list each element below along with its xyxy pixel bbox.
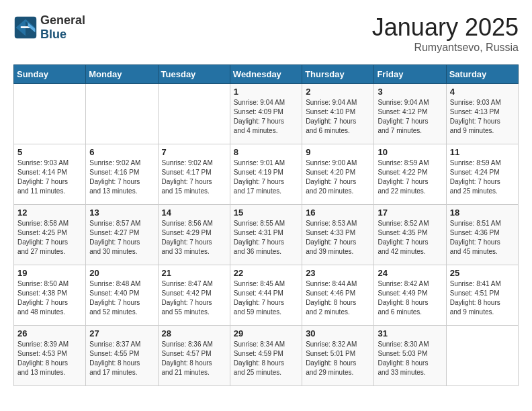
day-info: Sunrise: 9:04 AM Sunset: 4:09 PM Dayligh… <box>234 98 298 136</box>
logo-text-general: General <box>40 13 85 27</box>
day-number: 18 <box>450 208 515 218</box>
day-number: 12 <box>17 208 82 218</box>
calendar-cell: 8Sunrise: 9:01 AM Sunset: 4:19 PM Daylig… <box>230 144 302 205</box>
calendar-week-row: 1Sunrise: 9:04 AM Sunset: 4:09 PM Daylig… <box>14 84 519 144</box>
day-info: Sunrise: 9:04 AM Sunset: 4:10 PM Dayligh… <box>306 98 370 136</box>
day-info: Sunrise: 9:02 AM Sunset: 4:17 PM Dayligh… <box>162 158 226 196</box>
calendar-cell: 28Sunrise: 8:36 AM Sunset: 4:57 PM Dayli… <box>158 326 230 386</box>
calendar-cell: 5Sunrise: 9:03 AM Sunset: 4:14 PM Daylig… <box>14 144 86 205</box>
day-number: 4 <box>450 87 515 97</box>
day-number: 8 <box>234 147 298 157</box>
calendar-week-row: 12Sunrise: 8:58 AM Sunset: 4:25 PM Dayli… <box>14 205 519 265</box>
calendar-subtitle: Rumyantsevo, Russia <box>372 42 519 54</box>
calendar-cell: 31Sunrise: 8:30 AM Sunset: 5:03 PM Dayli… <box>374 326 446 386</box>
calendar-cell <box>446 326 518 386</box>
day-number: 25 <box>450 268 515 278</box>
calendar-cell: 3Sunrise: 9:04 AM Sunset: 4:12 PM Daylig… <box>374 84 446 144</box>
calendar-cell: 7Sunrise: 9:02 AM Sunset: 4:17 PM Daylig… <box>158 144 230 205</box>
day-number: 29 <box>234 328 298 338</box>
page-header: General Blue January 2025 Rumyantsevo, R… <box>13 13 519 54</box>
day-info: Sunrise: 9:03 AM Sunset: 4:13 PM Dayligh… <box>450 98 515 136</box>
dow-header: Friday <box>374 65 446 84</box>
logo-icon <box>13 15 38 40</box>
logo-text-blue: Blue <box>40 28 66 41</box>
day-number: 26 <box>17 328 82 338</box>
calendar-cell: 21Sunrise: 8:47 AM Sunset: 4:42 PM Dayli… <box>158 265 230 326</box>
day-number: 27 <box>89 328 154 338</box>
day-info: Sunrise: 8:36 AM Sunset: 4:57 PM Dayligh… <box>162 340 226 377</box>
day-number: 7 <box>162 147 226 157</box>
calendar-cell <box>158 84 230 144</box>
day-info: Sunrise: 8:53 AM Sunset: 4:33 PM Dayligh… <box>306 219 370 257</box>
dow-header: Tuesday <box>158 65 230 84</box>
day-info: Sunrise: 8:44 AM Sunset: 4:46 PM Dayligh… <box>306 279 370 317</box>
day-info: Sunrise: 8:42 AM Sunset: 4:49 PM Dayligh… <box>378 279 442 317</box>
calendar-title: January 2025 <box>372 13 519 42</box>
dow-header: Thursday <box>302 65 374 84</box>
calendar-body: 1Sunrise: 9:04 AM Sunset: 4:09 PM Daylig… <box>14 84 519 386</box>
day-number: 1 <box>234 87 298 97</box>
day-info: Sunrise: 9:04 AM Sunset: 4:12 PM Dayligh… <box>378 98 442 136</box>
calendar-week-row: 5Sunrise: 9:03 AM Sunset: 4:14 PM Daylig… <box>14 144 519 205</box>
day-number: 30 <box>306 328 370 338</box>
calendar-cell: 6Sunrise: 9:02 AM Sunset: 4:16 PM Daylig… <box>86 144 158 205</box>
logo: General Blue <box>13 13 85 42</box>
calendar-cell: 23Sunrise: 8:44 AM Sunset: 4:46 PM Dayli… <box>302 265 374 326</box>
day-number: 21 <box>162 268 226 278</box>
calendar-cell <box>14 84 86 144</box>
calendar-cell: 13Sunrise: 8:57 AM Sunset: 4:27 PM Dayli… <box>86 205 158 265</box>
day-info: Sunrise: 8:32 AM Sunset: 5:01 PM Dayligh… <box>306 340 370 377</box>
day-number: 24 <box>378 268 442 278</box>
day-number: 11 <box>450 147 515 157</box>
day-number: 13 <box>89 208 154 218</box>
day-number: 9 <box>306 147 370 157</box>
calendar-table: SundayMondayTuesdayWednesdayThursdayFrid… <box>13 64 519 386</box>
day-info: Sunrise: 8:59 AM Sunset: 4:22 PM Dayligh… <box>378 158 442 196</box>
day-info: Sunrise: 8:52 AM Sunset: 4:35 PM Dayligh… <box>378 219 442 257</box>
day-info: Sunrise: 8:47 AM Sunset: 4:42 PM Dayligh… <box>162 279 226 317</box>
day-number: 20 <box>89 268 154 278</box>
day-info: Sunrise: 8:41 AM Sunset: 4:51 PM Dayligh… <box>450 279 515 317</box>
day-info: Sunrise: 8:56 AM Sunset: 4:29 PM Dayligh… <box>162 219 226 257</box>
calendar-cell: 29Sunrise: 8:34 AM Sunset: 4:59 PM Dayli… <box>230 326 302 386</box>
day-number: 2 <box>306 87 370 97</box>
calendar-cell: 25Sunrise: 8:41 AM Sunset: 4:51 PM Dayli… <box>446 265 518 326</box>
calendar-week-row: 19Sunrise: 8:50 AM Sunset: 4:38 PM Dayli… <box>14 265 519 326</box>
day-info: Sunrise: 8:30 AM Sunset: 5:03 PM Dayligh… <box>378 340 442 377</box>
day-number: 10 <box>378 147 442 157</box>
day-info: Sunrise: 8:39 AM Sunset: 4:53 PM Dayligh… <box>17 340 82 377</box>
day-info: Sunrise: 8:58 AM Sunset: 4:25 PM Dayligh… <box>17 219 82 257</box>
calendar-week-row: 26Sunrise: 8:39 AM Sunset: 4:53 PM Dayli… <box>14 326 519 386</box>
day-number: 28 <box>162 328 226 338</box>
calendar-cell: 2Sunrise: 9:04 AM Sunset: 4:10 PM Daylig… <box>302 84 374 144</box>
day-info: Sunrise: 8:55 AM Sunset: 4:31 PM Dayligh… <box>234 219 298 257</box>
calendar-cell: 27Sunrise: 8:37 AM Sunset: 4:55 PM Dayli… <box>86 326 158 386</box>
calendar-cell: 26Sunrise: 8:39 AM Sunset: 4:53 PM Dayli… <box>14 326 86 386</box>
day-info: Sunrise: 8:48 AM Sunset: 4:40 PM Dayligh… <box>89 279 154 317</box>
day-number: 6 <box>89 147 154 157</box>
calendar-cell: 14Sunrise: 8:56 AM Sunset: 4:29 PM Dayli… <box>158 205 230 265</box>
calendar-cell: 12Sunrise: 8:58 AM Sunset: 4:25 PM Dayli… <box>14 205 86 265</box>
calendar-cell <box>86 84 158 144</box>
day-info: Sunrise: 9:00 AM Sunset: 4:20 PM Dayligh… <box>306 158 370 196</box>
calendar-cell: 4Sunrise: 9:03 AM Sunset: 4:13 PM Daylig… <box>446 84 518 144</box>
calendar-cell: 20Sunrise: 8:48 AM Sunset: 4:40 PM Dayli… <box>86 265 158 326</box>
calendar-cell: 22Sunrise: 8:45 AM Sunset: 4:44 PM Dayli… <box>230 265 302 326</box>
dow-header: Wednesday <box>230 65 302 84</box>
day-number: 19 <box>17 268 82 278</box>
day-number: 5 <box>17 147 82 157</box>
calendar-cell: 9Sunrise: 9:00 AM Sunset: 4:20 PM Daylig… <box>302 144 374 205</box>
calendar-cell: 17Sunrise: 8:52 AM Sunset: 4:35 PM Dayli… <box>374 205 446 265</box>
day-number: 22 <box>234 268 298 278</box>
calendar-cell: 15Sunrise: 8:55 AM Sunset: 4:31 PM Dayli… <box>230 205 302 265</box>
calendar-cell: 10Sunrise: 8:59 AM Sunset: 4:22 PM Dayli… <box>374 144 446 205</box>
day-number: 23 <box>306 268 370 278</box>
calendar-cell: 30Sunrise: 8:32 AM Sunset: 5:01 PM Dayli… <box>302 326 374 386</box>
days-of-week-row: SundayMondayTuesdayWednesdayThursdayFrid… <box>14 65 519 84</box>
day-info: Sunrise: 8:59 AM Sunset: 4:24 PM Dayligh… <box>450 158 515 196</box>
calendar-cell: 18Sunrise: 8:51 AM Sunset: 4:36 PM Dayli… <box>446 205 518 265</box>
dow-header: Saturday <box>446 65 518 84</box>
dow-header: Sunday <box>14 65 86 84</box>
day-number: 17 <box>378 208 442 218</box>
day-info: Sunrise: 9:01 AM Sunset: 4:19 PM Dayligh… <box>234 158 298 196</box>
